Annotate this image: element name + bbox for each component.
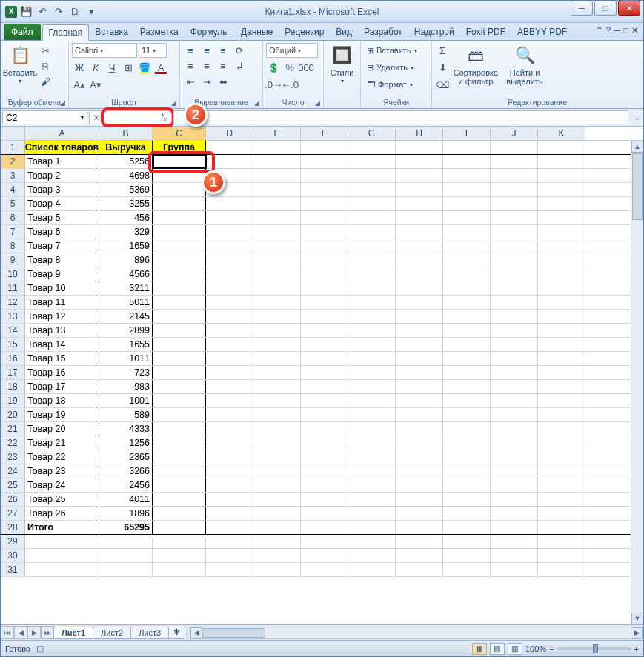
tab-formulas[interactable]: Формулы	[185, 24, 235, 40]
cell[interactable]	[301, 197, 348, 210]
cell[interactable]: 896	[99, 253, 153, 267]
cell[interactable]: Товар 21	[25, 436, 99, 450]
cell[interactable]: 4698	[99, 169, 153, 182]
cell[interactable]	[348, 197, 396, 210]
cell[interactable]: Товар 19	[25, 408, 99, 421]
cell[interactable]	[396, 436, 443, 450]
cell[interactable]: 723	[99, 366, 153, 379]
cell[interactable]	[396, 507, 443, 520]
cell[interactable]	[301, 352, 348, 365]
cell[interactable]	[491, 549, 538, 562]
tab-review[interactable]: Рецензир	[279, 24, 330, 40]
cell[interactable]	[99, 549, 153, 562]
cell[interactable]	[396, 380, 443, 393]
qat-redo-button[interactable]: ↷	[51, 4, 66, 19]
cell[interactable]	[491, 521, 538, 534]
cell[interactable]	[538, 267, 585, 281]
percent-button[interactable]: %	[282, 60, 297, 75]
cell[interactable]	[206, 563, 253, 576]
cell[interactable]	[253, 197, 301, 210]
clear-button[interactable]: ⌫	[435, 77, 450, 92]
sheet-nav-last[interactable]: ⏭	[41, 626, 54, 639]
cell[interactable]	[491, 408, 538, 421]
cell[interactable]	[396, 211, 443, 224]
cell[interactable]	[538, 535, 585, 548]
currency-button[interactable]: 💲	[266, 60, 281, 75]
row-header[interactable]: 27	[1, 507, 25, 520]
workbook-minimize-icon[interactable]: ─	[614, 25, 620, 36]
cell[interactable]	[396, 267, 443, 281]
cell[interactable]	[348, 478, 396, 492]
cell[interactable]: 1001	[99, 394, 153, 407]
cell[interactable]	[491, 535, 538, 548]
cell[interactable]	[491, 253, 538, 267]
expand-formula-bar-button[interactable]: ⌄	[630, 109, 643, 126]
cell[interactable]	[206, 366, 253, 379]
cell[interactable]	[153, 422, 206, 436]
cell[interactable]	[253, 380, 301, 393]
cell[interactable]	[348, 521, 396, 534]
cell[interactable]	[301, 183, 348, 196]
cell[interactable]	[491, 310, 538, 323]
col-header-F[interactable]: F	[301, 127, 348, 140]
decrease-decimal-button[interactable]: ←.0	[282, 77, 297, 92]
cell[interactable]	[301, 253, 348, 267]
cell[interactable]	[153, 352, 206, 365]
row-header[interactable]: 6	[1, 211, 25, 224]
cell[interactable]	[301, 281, 348, 295]
cell[interactable]	[348, 464, 396, 478]
ribbon-minimize-icon[interactable]: ⌃	[596, 25, 603, 36]
cell[interactable]	[491, 281, 538, 295]
cell[interactable]: 5011	[99, 296, 153, 309]
cell[interactable]	[443, 450, 491, 464]
decrease-font-button[interactable]: A▾	[88, 77, 103, 92]
cell[interactable]	[153, 225, 206, 239]
cell[interactable]	[538, 169, 585, 182]
macro-record-icon[interactable]: ▢	[36, 644, 44, 653]
cell[interactable]: Группа	[153, 141, 206, 154]
cell[interactable]	[538, 225, 585, 239]
cell[interactable]	[253, 352, 301, 365]
cell[interactable]	[538, 436, 585, 450]
cell[interactable]	[253, 408, 301, 421]
cell[interactable]	[396, 324, 443, 337]
cell[interactable]	[491, 141, 538, 154]
cell[interactable]	[253, 549, 301, 562]
cell[interactable]	[491, 464, 538, 478]
cell[interactable]	[25, 535, 99, 548]
cell[interactable]	[301, 549, 348, 562]
cell[interactable]	[348, 394, 396, 407]
cell[interactable]: Товар 10	[25, 281, 99, 295]
cell[interactable]	[153, 324, 206, 337]
normal-view-button[interactable]: ▦	[472, 643, 487, 655]
vscroll-thumb[interactable]	[632, 153, 643, 220]
cell[interactable]	[491, 239, 538, 253]
cell[interactable]	[491, 183, 538, 196]
cell[interactable]: Товар 20	[25, 422, 99, 436]
col-header-H[interactable]: H	[396, 127, 443, 140]
cell[interactable]	[348, 281, 396, 295]
italic-button[interactable]: К	[88, 60, 103, 75]
col-header-J[interactable]: J	[491, 127, 538, 140]
cell[interactable]	[443, 521, 491, 534]
cell[interactable]	[538, 394, 585, 407]
maximize-button[interactable]: □	[594, 1, 617, 16]
cell[interactable]	[253, 521, 301, 534]
cell[interactable]	[396, 422, 443, 436]
zoom-slider[interactable]	[557, 647, 631, 650]
cell[interactable]	[491, 225, 538, 239]
cell[interactable]	[396, 366, 443, 379]
cell[interactable]	[153, 535, 206, 548]
row-header[interactable]: 14	[1, 324, 25, 337]
grid-body[interactable]: 1Список товаровВыручкаГруппа2Товар 15256…	[1, 141, 643, 624]
orientation-button[interactable]: ⟳	[232, 43, 247, 58]
cell[interactable]	[301, 493, 348, 506]
decrease-indent-button[interactable]: ⇤	[183, 74, 198, 89]
cell[interactable]	[253, 324, 301, 337]
cell[interactable]: 4333	[99, 422, 153, 436]
cell[interactable]	[301, 464, 348, 478]
cell[interactable]	[396, 394, 443, 407]
cell[interactable]	[253, 493, 301, 506]
name-box[interactable]: C2 ▾	[2, 110, 87, 124]
cell[interactable]	[253, 281, 301, 295]
